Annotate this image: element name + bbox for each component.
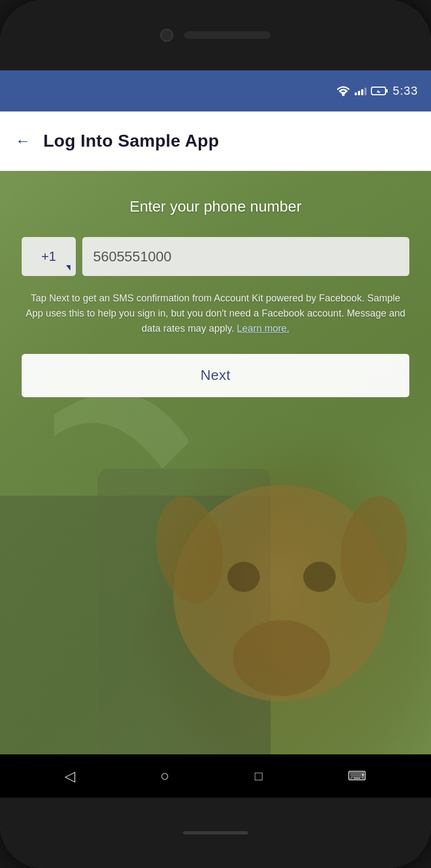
svg-rect-2: [386, 89, 388, 93]
svg-point-6: [233, 620, 330, 696]
wifi-icon: [336, 86, 350, 96]
svg-point-8: [303, 562, 336, 592]
phone-input-row: +1: [22, 237, 409, 276]
status-icons: 5:33: [336, 84, 418, 98]
status-time: 5:33: [393, 84, 418, 98]
app-title: Log Into Sample App: [43, 131, 219, 151]
nav-home-icon[interactable]: ○: [160, 767, 169, 785]
app-bar: ← Log Into Sample App: [0, 111, 431, 171]
sms-info-text: Tap Next to get an SMS confirmation from…: [22, 291, 409, 337]
country-code-button[interactable]: +1: [22, 237, 76, 276]
signal-icon: [355, 87, 367, 95]
home-bar: [183, 831, 248, 834]
nav-back-icon[interactable]: ◁: [64, 768, 75, 785]
form-container: Enter your phone number +1 Tap Next to g…: [0, 171, 431, 419]
form-heading: Enter your phone number: [22, 198, 409, 215]
nav-bar: ◁ ○ □ ⌨: [0, 754, 431, 798]
learn-more-link[interactable]: Learn more.: [237, 323, 289, 334]
status-bar: 5:33: [0, 70, 431, 111]
svg-point-7: [227, 562, 260, 592]
nav-keyboard-icon[interactable]: ⌨: [348, 768, 367, 784]
battery-icon: [371, 86, 388, 96]
phone-bottom-hardware: [0, 798, 431, 868]
next-button[interactable]: Next: [22, 354, 409, 397]
speaker: [184, 31, 271, 39]
content-area: Enter your phone number +1 Tap Next to g…: [0, 171, 431, 754]
camera: [160, 29, 173, 42]
back-button[interactable]: ←: [15, 133, 30, 150]
phone-top-hardware: [0, 0, 431, 70]
screen: 5:33 ← Log Into Sample App: [0, 70, 431, 798]
nav-recents-icon[interactable]: □: [254, 768, 263, 784]
phone-frame: 5:33 ← Log Into Sample App: [0, 0, 431, 868]
phone-number-input[interactable]: [82, 237, 409, 276]
svg-point-0: [342, 94, 345, 96]
